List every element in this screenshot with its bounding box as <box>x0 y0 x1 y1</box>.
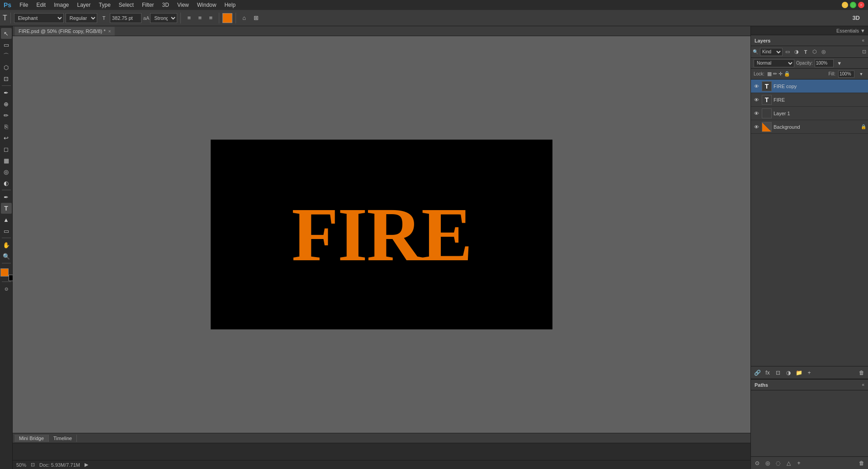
work-path-button[interactable]: △ <box>784 459 793 468</box>
layer-filter-adjust-icon[interactable]: ◑ <box>793 48 801 56</box>
layer-filter-text-icon[interactable]: T <box>802 48 810 56</box>
lock-image-icon[interactable]: ✏ <box>773 71 777 77</box>
pen-tool[interactable]: ✒ <box>1 192 12 202</box>
lasso-tool[interactable]: ⌒ <box>1 51 12 61</box>
layer-row-layer1[interactable]: 👁 Layer 1 <box>751 107 868 120</box>
menu-filter[interactable]: Filter <box>138 1 158 9</box>
layers-filter-toggle[interactable]: ⊡ <box>862 49 866 55</box>
gradient-tool[interactable]: ▦ <box>1 155 12 166</box>
tab-close-button[interactable]: × <box>108 29 111 34</box>
menu-image[interactable]: Image <box>50 1 72 9</box>
blur-tool[interactable]: ◎ <box>1 166 12 177</box>
mini-bridge-tab[interactable]: Mini Bridge <box>14 435 49 442</box>
blend-mode-select[interactable]: Normal <box>754 59 794 67</box>
layers-panel-close[interactable]: « <box>862 38 864 43</box>
fill-input[interactable] <box>838 70 854 78</box>
doc-info-arrow[interactable]: ▶ <box>85 462 88 468</box>
timeline-tab[interactable]: Timeline <box>49 435 77 442</box>
anti-alias-select[interactable]: Strong <box>150 13 177 23</box>
fill-arrow[interactable]: ▼ <box>857 70 865 78</box>
marquee-tool[interactable]: ▭ <box>1 39 12 50</box>
background-lock-icon: 🔒 <box>861 124 866 129</box>
minimize-button[interactable]: − <box>842 2 848 8</box>
paths-panel-close[interactable]: « <box>862 382 864 387</box>
layers-kind-select[interactable]: Kind <box>760 48 783 56</box>
font-size-input[interactable] <box>110 13 142 23</box>
layer-name-fire-copy: FIRE copy <box>774 84 866 89</box>
layer-mask-button[interactable]: ⊡ <box>774 368 783 377</box>
menu-file[interactable]: File <box>16 1 32 9</box>
menu-select[interactable]: Select <box>115 1 137 9</box>
layer-visibility-fire-copy[interactable]: 👁 <box>753 83 760 90</box>
spot-healing-tool[interactable]: ⊕ <box>1 98 12 109</box>
layer-row-fire-copy[interactable]: 👁 T FIRE copy <box>751 80 868 93</box>
layer-visibility-background[interactable]: 👁 <box>753 123 760 131</box>
toolbar-sep-4 <box>236 13 236 23</box>
clone-stamp-tool[interactable]: ⎘ <box>1 121 12 132</box>
delete-layer-button[interactable]: 🗑 <box>857 368 866 377</box>
layer-filter-shape-icon[interactable]: ⬡ <box>811 48 819 56</box>
font-family-select[interactable]: Elephant <box>14 13 64 23</box>
layer-filter-pixel-icon[interactable]: ▭ <box>783 48 792 56</box>
document-tab[interactable]: FIRE.psd @ 50% (FIRE copy, RGB/8) * × <box>14 27 115 36</box>
fill-path-button[interactable]: ⊙ <box>753 459 762 468</box>
zoom-fit-icon[interactable]: ⊡ <box>31 462 35 468</box>
eyedropper-tool[interactable]: ✒ <box>1 87 12 98</box>
layer-visibility-fire[interactable]: 👁 <box>753 96 760 103</box>
maximize-button[interactable]: □ <box>850 2 856 8</box>
menu-layer[interactable]: Layer <box>74 1 94 9</box>
align-right-button[interactable]: ≡ <box>206 13 216 23</box>
brush-tool[interactable]: ✏ <box>1 110 12 121</box>
warp-text-button[interactable]: ⌂ <box>239 13 249 23</box>
layer-row-fire[interactable]: 👁 T FIRE <box>751 93 868 107</box>
dodge-tool[interactable]: ◐ <box>1 178 12 188</box>
opacity-input[interactable] <box>815 59 834 67</box>
new-group-button[interactable]: 📁 <box>794 368 803 377</box>
lock-position-icon[interactable]: ✛ <box>778 71 783 77</box>
menu-help[interactable]: Help <box>221 1 239 9</box>
close-button[interactable]: × <box>858 2 864 8</box>
new-layer-button[interactable]: + <box>805 368 814 377</box>
quick-select-tool[interactable]: ⬡ <box>1 62 12 73</box>
delete-path-button[interactable]: 🗑 <box>857 459 866 468</box>
crop-tool[interactable]: ⊡ <box>1 73 12 84</box>
layer-fx-button[interactable]: fx <box>763 368 772 377</box>
font-style-select[interactable]: Regular <box>66 13 97 23</box>
opacity-arrow[interactable]: ▼ <box>835 59 844 67</box>
menu-3d[interactable]: 3D <box>159 1 173 9</box>
link-layers-button[interactable]: 🔗 <box>753 368 762 377</box>
menu-edit[interactable]: Edit <box>33 1 49 9</box>
lock-transparent-icon[interactable]: ▦ <box>767 71 772 77</box>
character-panel-button[interactable]: ⊞ <box>251 13 261 23</box>
hand-tool[interactable]: ✋ <box>1 239 12 250</box>
paths-panel-title: Paths <box>755 382 768 388</box>
adjustment-layer-button[interactable]: ◑ <box>784 368 793 377</box>
eraser-tool[interactable]: ◻ <box>1 144 12 155</box>
layer-thumbnail-fire-copy: T <box>762 81 772 91</box>
text-color-swatch[interactable] <box>222 13 232 23</box>
align-center-button[interactable]: ≡ <box>195 13 205 23</box>
path-select-tool[interactable]: ▲ <box>1 214 12 225</box>
align-left-button[interactable]: ≡ <box>184 13 194 23</box>
menu-type[interactable]: Type <box>95 1 114 9</box>
quick-mask-button[interactable]: ⊙ <box>1 283 12 294</box>
text-tool[interactable]: T <box>1 203 12 214</box>
layer-filter-smart-icon[interactable]: ◎ <box>820 48 828 56</box>
layer-thumbnail-fire: T <box>762 95 772 105</box>
new-path-button[interactable]: + <box>794 459 803 468</box>
canvas-viewport[interactable]: FIRE <box>13 36 750 433</box>
stroke-path-button[interactable]: ◎ <box>763 459 772 468</box>
layer-visibility-layer1[interactable]: 👁 <box>753 110 760 117</box>
history-brush-tool[interactable]: ↩ <box>1 132 12 143</box>
lock-icons: ▦ ✏ ✛ 🔒 <box>767 71 790 77</box>
shape-tool[interactable]: ▭ <box>1 225 12 236</box>
opacity-label: Opacity: <box>796 61 813 66</box>
menu-view[interactable]: View <box>174 1 193 9</box>
load-path-button[interactable]: ◌ <box>774 459 783 468</box>
foreground-color-swatch[interactable] <box>0 268 9 277</box>
menu-window[interactable]: Window <box>193 1 220 9</box>
zoom-tool[interactable]: 🔍 <box>1 251 12 262</box>
layer-row-background[interactable]: 👁 Background 🔒 <box>751 120 868 134</box>
lock-all-icon[interactable]: 🔒 <box>784 71 790 77</box>
move-tool[interactable]: ↖ <box>1 28 12 39</box>
